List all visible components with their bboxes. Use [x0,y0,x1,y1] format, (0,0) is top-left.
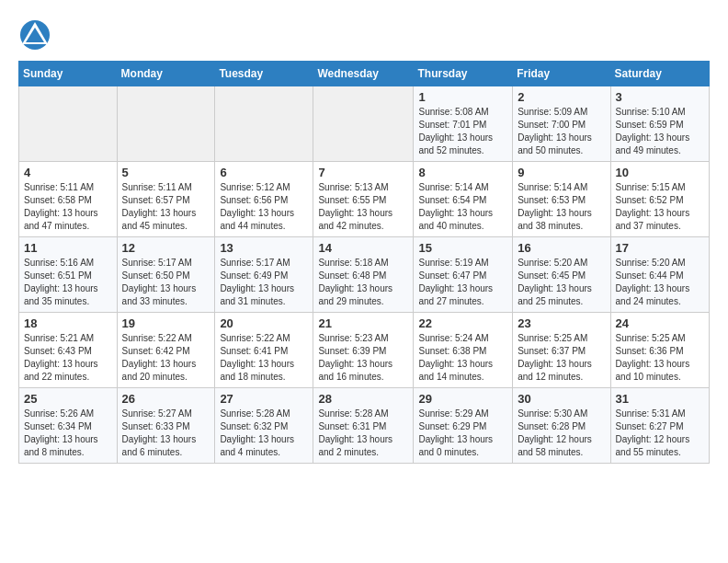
day-info: Sunrise: 5:17 AM Sunset: 6:49 PM Dayligh… [220,257,308,308]
day-number: 17 [616,241,704,255]
calendar-cell: 10Sunrise: 5:15 AM Sunset: 6:52 PM Dayli… [610,162,709,237]
calendar-cell: 21Sunrise: 5:23 AM Sunset: 6:39 PM Dayli… [313,313,414,388]
calendar-cell: 13Sunrise: 5:17 AM Sunset: 6:49 PM Dayli… [215,237,313,313]
day-info: Sunrise: 5:18 AM Sunset: 6:48 PM Dayligh… [318,257,408,308]
calendar-week-2: 4Sunrise: 5:11 AM Sunset: 6:58 PM Daylig… [19,162,710,237]
day-info: Sunrise: 5:10 AM Sunset: 6:59 PM Dayligh… [616,106,704,157]
calendar-cell: 27Sunrise: 5:28 AM Sunset: 6:32 PM Dayli… [215,388,313,464]
logo-icon [18,18,51,52]
day-info: Sunrise: 5:17 AM Sunset: 6:50 PM Dayligh… [122,257,210,308]
day-number: 30 [518,392,605,406]
calendar-cell: 14Sunrise: 5:18 AM Sunset: 6:48 PM Dayli… [313,237,414,313]
calendar-cell: 6Sunrise: 5:12 AM Sunset: 6:56 PM Daylig… [215,162,313,237]
calendar-cell: 30Sunrise: 5:30 AM Sunset: 6:28 PM Dayli… [513,388,610,464]
day-number: 5 [122,166,210,179]
day-number: 27 [220,392,308,406]
day-number: 7 [318,166,408,179]
day-number: 8 [418,166,507,179]
calendar-cell: 9Sunrise: 5:14 AM Sunset: 6:53 PM Daylig… [513,162,610,237]
day-info: Sunrise: 5:22 AM Sunset: 6:42 PM Dayligh… [122,332,210,384]
day-number: 6 [220,166,308,179]
day-info: Sunrise: 5:28 AM Sunset: 6:32 PM Dayligh… [220,408,308,459]
day-number: 24 [616,316,704,330]
day-info: Sunrise: 5:22 AM Sunset: 6:41 PM Dayligh… [220,332,308,384]
day-number: 15 [418,241,507,255]
day-info: Sunrise: 5:20 AM Sunset: 6:44 PM Dayligh… [616,257,704,308]
weekday-header-sunday: Sunday [19,62,118,86]
page-header [18,18,710,52]
day-number: 18 [24,316,112,330]
day-info: Sunrise: 5:14 AM Sunset: 6:54 PM Dayligh… [418,181,507,233]
calendar-cell: 11Sunrise: 5:16 AM Sunset: 6:51 PM Dayli… [19,237,118,313]
calendar-cell: 26Sunrise: 5:27 AM Sunset: 6:33 PM Dayli… [117,388,215,464]
calendar-cell: 5Sunrise: 5:11 AM Sunset: 6:57 PM Daylig… [117,162,215,237]
calendar-cell: 18Sunrise: 5:21 AM Sunset: 6:43 PM Dayli… [19,313,118,388]
day-number: 25 [24,392,112,406]
calendar-cell: 16Sunrise: 5:20 AM Sunset: 6:45 PM Dayli… [513,237,610,313]
day-info: Sunrise: 5:16 AM Sunset: 6:51 PM Dayligh… [24,257,112,308]
weekday-header-tuesday: Tuesday [215,62,313,86]
day-number: 12 [122,241,210,255]
day-info: Sunrise: 5:08 AM Sunset: 7:01 PM Dayligh… [418,106,507,157]
day-info: Sunrise: 5:19 AM Sunset: 6:47 PM Dayligh… [418,257,507,308]
calendar-cell: 15Sunrise: 5:19 AM Sunset: 6:47 PM Dayli… [414,237,513,313]
weekday-header-monday: Monday [117,62,215,86]
day-number: 28 [318,392,408,406]
logo [18,18,55,52]
calendar-week-3: 11Sunrise: 5:16 AM Sunset: 6:51 PM Dayli… [19,237,710,313]
calendar-cell [117,86,215,162]
weekday-row: SundayMondayTuesdayWednesdayThursdayFrid… [19,62,710,86]
calendar-cell [215,86,313,162]
day-number: 20 [220,316,308,330]
day-info: Sunrise: 5:12 AM Sunset: 6:56 PM Dayligh… [220,181,308,233]
calendar-week-1: 1Sunrise: 5:08 AM Sunset: 7:01 PM Daylig… [19,86,710,162]
day-number: 31 [616,392,704,406]
day-info: Sunrise: 5:30 AM Sunset: 6:28 PM Dayligh… [518,408,605,459]
calendar-cell: 25Sunrise: 5:26 AM Sunset: 6:34 PM Dayli… [19,388,118,464]
calendar-body: 1Sunrise: 5:08 AM Sunset: 7:01 PM Daylig… [19,86,710,464]
weekday-header-wednesday: Wednesday [313,62,414,86]
day-info: Sunrise: 5:20 AM Sunset: 6:45 PM Dayligh… [518,257,605,308]
calendar-cell: 8Sunrise: 5:14 AM Sunset: 6:54 PM Daylig… [414,162,513,237]
day-number: 4 [24,166,112,179]
calendar-week-5: 25Sunrise: 5:26 AM Sunset: 6:34 PM Dayli… [19,388,710,464]
day-number: 1 [418,90,507,104]
calendar-cell [313,86,414,162]
calendar-cell: 4Sunrise: 5:11 AM Sunset: 6:58 PM Daylig… [19,162,118,237]
day-number: 3 [616,90,704,104]
day-info: Sunrise: 5:25 AM Sunset: 6:37 PM Dayligh… [518,332,605,384]
day-info: Sunrise: 5:13 AM Sunset: 6:55 PM Dayligh… [318,181,408,233]
day-info: Sunrise: 5:23 AM Sunset: 6:39 PM Dayligh… [318,332,408,384]
day-number: 11 [24,241,112,255]
day-number: 9 [518,166,605,179]
weekday-header-saturday: Saturday [610,62,709,86]
day-info: Sunrise: 5:26 AM Sunset: 6:34 PM Dayligh… [24,408,112,459]
day-number: 2 [518,90,605,104]
calendar-table: SundayMondayTuesdayWednesdayThursdayFrid… [18,61,710,464]
calendar-cell: 17Sunrise: 5:20 AM Sunset: 6:44 PM Dayli… [610,237,709,313]
day-number: 21 [318,316,408,330]
calendar-cell: 7Sunrise: 5:13 AM Sunset: 6:55 PM Daylig… [313,162,414,237]
day-info: Sunrise: 5:09 AM Sunset: 7:00 PM Dayligh… [518,106,605,157]
calendar-cell: 31Sunrise: 5:31 AM Sunset: 6:27 PM Dayli… [610,388,709,464]
calendar-cell: 24Sunrise: 5:25 AM Sunset: 6:36 PM Dayli… [610,313,709,388]
day-number: 19 [122,316,210,330]
day-info: Sunrise: 5:14 AM Sunset: 6:53 PM Dayligh… [518,181,605,233]
calendar-cell [19,86,118,162]
day-info: Sunrise: 5:11 AM Sunset: 6:57 PM Dayligh… [122,181,210,233]
calendar-cell: 19Sunrise: 5:22 AM Sunset: 6:42 PM Dayli… [117,313,215,388]
day-number: 22 [418,316,507,330]
day-info: Sunrise: 5:15 AM Sunset: 6:52 PM Dayligh… [616,181,704,233]
day-number: 23 [518,316,605,330]
day-info: Sunrise: 5:28 AM Sunset: 6:31 PM Dayligh… [318,408,408,459]
weekday-header-thursday: Thursday [414,62,513,86]
day-number: 29 [418,392,507,406]
calendar-cell: 1Sunrise: 5:08 AM Sunset: 7:01 PM Daylig… [414,86,513,162]
day-info: Sunrise: 5:25 AM Sunset: 6:36 PM Dayligh… [616,332,704,384]
day-number: 16 [518,241,605,255]
day-info: Sunrise: 5:29 AM Sunset: 6:29 PM Dayligh… [418,408,507,459]
day-number: 14 [318,241,408,255]
day-info: Sunrise: 5:27 AM Sunset: 6:33 PM Dayligh… [122,408,210,459]
calendar-header: SundayMondayTuesdayWednesdayThursdayFrid… [19,62,710,86]
calendar-cell: 3Sunrise: 5:10 AM Sunset: 6:59 PM Daylig… [610,86,709,162]
